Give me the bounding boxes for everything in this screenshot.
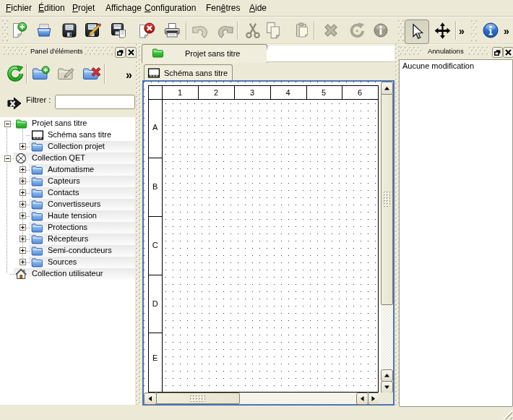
svg-text:3: 3 — [250, 88, 254, 97]
svg-text:4: 4 — [285, 88, 290, 97]
svg-text:5: 5 — [322, 88, 326, 97]
svg-text:C: C — [152, 241, 158, 249]
svg-text:6: 6 — [358, 88, 362, 97]
svg-text:2: 2 — [214, 88, 218, 97]
svg-text:1: 1 — [178, 88, 182, 97]
svg-text:B: B — [152, 182, 158, 191]
svg-text:E: E — [152, 353, 158, 362]
svg-text:A: A — [152, 123, 158, 132]
svg-text:D: D — [152, 299, 158, 308]
